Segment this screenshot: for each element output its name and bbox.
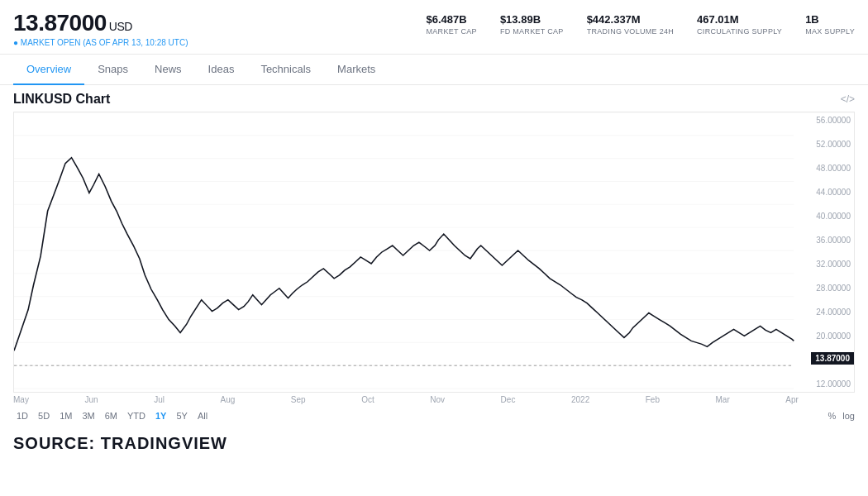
time-btn-1m[interactable]: 1M	[56, 409, 75, 422]
percent-toggle[interactable]: %	[828, 411, 837, 421]
current-price-badge: 13.87000	[811, 352, 854, 365]
price-value: 13.87000	[13, 10, 107, 36]
embed-icon[interactable]: </>	[841, 93, 855, 105]
source-label: SOURCE: TRADINGVIEW	[0, 426, 868, 453]
nav-tabs: OverviewSnapsNewsIdeasTechnicalsMarkets	[0, 55, 868, 85]
tab-ideas[interactable]: Ideas	[195, 55, 248, 85]
time-btn-1d[interactable]: 1D	[13, 409, 31, 422]
stat-value: $442.337M	[587, 13, 641, 26]
stat-label: MARKET CAP	[427, 27, 477, 36]
chart-section: LINKUSD Chart </> 56.	[0, 85, 868, 426]
tab-technicals[interactable]: Technicals	[247, 55, 324, 85]
tab-news[interactable]: News	[141, 55, 195, 85]
stat-value: 1B	[805, 13, 819, 26]
stats-row: $6.487B MARKET CAP $13.89B FD MARKET CAP…	[214, 10, 855, 36]
stat-value: 467.01M	[697, 13, 739, 26]
time-btn-1y[interactable]: 1Y	[152, 409, 169, 422]
price-display: 13.87000USD	[13, 10, 188, 36]
stat-label: TRADING VOLUME 24H	[587, 27, 674, 36]
stat-item-max-supply: 1B MAX SUPPLY	[805, 13, 855, 36]
time-btn-all[interactable]: All	[194, 409, 211, 422]
chart-header: LINKUSD Chart </>	[13, 92, 855, 107]
time-btn-ytd[interactable]: YTD	[124, 409, 149, 422]
market-status: ● MARKET OPEN (AS OF APR 13, 10:28 UTC)	[13, 38, 188, 47]
stat-item-fd-market-cap: $13.89B FD MARKET CAP	[500, 13, 564, 36]
tab-snaps[interactable]: Snaps	[84, 55, 141, 85]
time-btn-5d[interactable]: 5D	[35, 409, 53, 422]
chart-container: 56.00000 52.00000 48.00000 44.00000 40.0…	[13, 112, 855, 393]
tab-markets[interactable]: Markets	[324, 55, 389, 85]
stat-value: $13.89B	[500, 13, 541, 26]
time-btn-3m[interactable]: 3M	[79, 409, 98, 422]
price-chart	[14, 112, 854, 392]
stat-label: MAX SUPPLY	[805, 27, 855, 36]
stat-item-trading-volume-24h: $442.337M TRADING VOLUME 24H	[587, 13, 674, 36]
tab-overview[interactable]: Overview	[13, 55, 84, 85]
header: 13.87000USD ● MARKET OPEN (AS OF APR 13,…	[0, 0, 868, 55]
stat-item-market-cap: $6.487B MARKET CAP	[427, 13, 477, 36]
stat-label: FD MARKET CAP	[500, 27, 564, 36]
x-axis: May Jun Jul Aug Sep Oct Nov Dec 2022 Feb…	[13, 393, 799, 406]
time-btn-5y[interactable]: 5Y	[173, 409, 190, 422]
price-currency: USD	[109, 20, 132, 33]
stat-value: $6.487B	[427, 13, 467, 26]
chart-title: LINKUSD Chart	[13, 92, 110, 107]
stat-item-circulating-supply: 467.01M CIRCULATING SUPPLY	[697, 13, 782, 36]
right-controls: % log	[828, 411, 855, 421]
time-btn-6m[interactable]: 6M	[102, 409, 121, 422]
time-buttons: 1D 5D 1M 3M 6M YTD 1Y 5Y All	[13, 409, 211, 422]
log-toggle[interactable]: log	[842, 411, 855, 421]
chart-controls: 1D 5D 1M 3M 6M YTD 1Y 5Y All % log	[13, 406, 855, 426]
price-section: 13.87000USD ● MARKET OPEN (AS OF APR 13,…	[13, 10, 188, 47]
stat-label: CIRCULATING SUPPLY	[697, 27, 782, 36]
